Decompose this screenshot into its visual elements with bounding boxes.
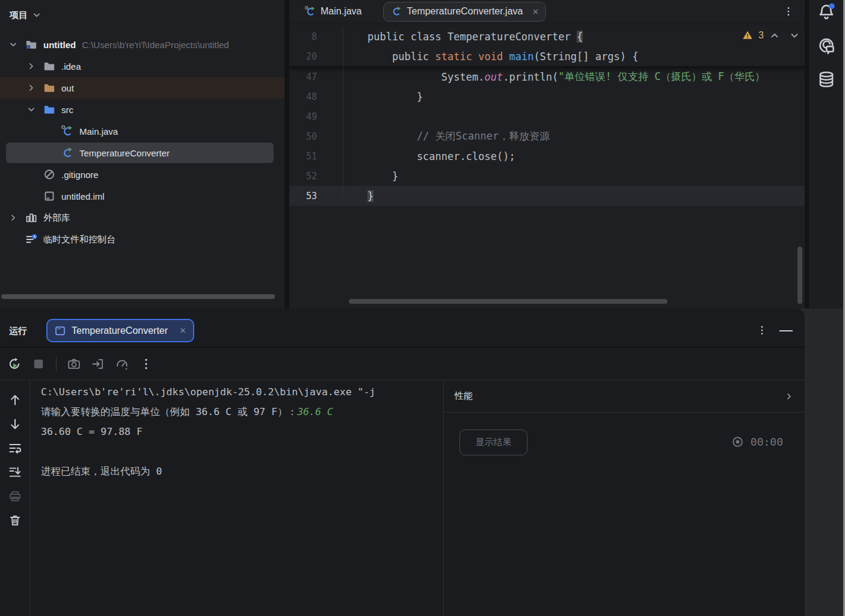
line-number: 51 [289,151,326,162]
project-tree: untitledC:\Users\b're'ri'l\IdeaProjects\… [0,34,284,250]
tab-label: TemperatureConverter.java [407,6,523,17]
next-problem-chevron-down-icon[interactable] [789,30,800,41]
code-token: main [509,51,533,63]
database-icon[interactable] [817,70,835,88]
tree-item-untitled[interactable]: untitledC:\Users\b're'ri'l\IdeaProjects\… [0,34,284,55]
notifications-bell-icon[interactable] [817,3,835,21]
close-icon[interactable]: × [180,325,186,337]
ignored-file-icon [43,168,55,180]
stop-icon[interactable] [32,357,45,371]
code-line: 48 } [289,87,805,106]
tree-item-main-java[interactable]: Main.java [0,120,284,142]
chevron-right-icon[interactable] [8,213,18,223]
code-line: 51 scanner.close(); [289,146,805,166]
tree-item-label: src [61,105,73,115]
folder-out-icon [43,82,55,94]
performance-panel: 性能 显示结果 00:00 [443,380,805,616]
tree-item-out[interactable]: out [0,77,284,99]
code-token: C:\Users\b're'ri'l\.jdks\openjdk-25.0.2\… [41,386,375,398]
scroll-to-end-icon[interactable] [8,466,22,479]
clear-console-icon[interactable] [8,514,22,527]
chevron-right-icon[interactable] [26,61,36,71]
chevron-right-icon [784,392,794,401]
chevron-right-icon[interactable] [26,83,36,93]
console-line: 进程已结束，退出代码为 0 [31,461,443,481]
console-line: 请输入要转换的温度与单位（例如 36.6 C 或 97 F）：36.6 C [31,402,443,422]
show-results-button[interactable]: 显示结果 [459,430,527,455]
tree-item--gitignore[interactable]: .gitignore [0,164,284,185]
run-panel-title: 运行 [9,325,27,337]
java-class-icon [391,6,402,17]
gutter [326,146,343,166]
tree-item--idea[interactable]: .idea [0,55,284,77]
chevron-down-icon[interactable] [8,40,18,49]
console-toolbar [0,380,30,616]
editor-options-kebab-icon[interactable] [783,6,794,17]
tree-expander[interactable] [8,212,25,224]
tab-temperatureconverter-java[interactable]: TemperatureConverter.java × [383,2,546,22]
tree-expander[interactable] [26,103,43,116]
code-token: "单位错误! 仅支持 C（摄氏）或 F（华氏） [558,70,765,84]
editor-vertical-scrollbar[interactable] [797,247,802,304]
line-number: 53 [289,191,326,202]
run-tab-temperatureconverter[interactable]: TemperatureConverter × [46,319,194,342]
run-window-icon [55,325,66,336]
run-toolbar [0,348,805,380]
right-tool-stripe [809,0,843,309]
inspections-widget[interactable]: 3 [742,30,800,41]
import-into-console-icon[interactable] [91,357,105,371]
more-options-icon[interactable] [140,357,153,371]
gutter [326,87,343,106]
console-output[interactable]: C:\Users\b're'ri'l\.jdks\openjdk-25.0.2\… [31,382,443,481]
tree-item-临时文件和控制台[interactable]: 临时文件和控制台 [0,229,284,250]
console-line: C:\Users\b're'ri'l\.jdks\openjdk-25.0.2\… [31,382,443,402]
sticky-code-line: 20 public static void main(String[] args… [289,46,805,66]
project-panel-header[interactable]: 项目 [0,0,284,24]
camera-icon[interactable] [67,357,81,371]
code-token: } [367,190,373,202]
tab-main-java[interactable]: Main.java [299,0,367,23]
indent-guide [343,87,343,166]
tree-expander[interactable] [26,60,43,72]
tree-expander[interactable] [26,82,43,94]
code-line: 53} [289,186,805,206]
code-area[interactable]: 47 System.out.println("单位错误! 仅支持 C（摄氏）或 … [289,67,805,206]
prev-problem-chevron-up-icon[interactable] [769,30,780,41]
line-number: 8 [289,31,326,42]
tree-item-label: untitled.iml [61,191,105,202]
print-icon[interactable] [8,490,22,503]
library-icon [25,212,37,224]
run-options-kebab-icon[interactable] [757,325,767,336]
tree-expander[interactable] [8,38,25,51]
soft-wrap-icon[interactable] [8,442,22,455]
tree-item-label: TemperatureConverter [79,148,170,158]
tree-item-temperatureconverter[interactable]: TemperatureConverter [0,142,284,164]
code-line: 47 System.out.println("单位错误! 仅支持 C（摄氏）或 … [289,67,805,87]
warning-icon [742,30,753,41]
code-token: } [367,91,423,103]
tree-item-外部库[interactable]: 外部库 [0,207,284,229]
line-number: 20 [289,51,326,62]
rerun-icon[interactable] [8,357,21,371]
arrow-up-icon[interactable] [8,393,22,407]
project-tool-window: 项目 untitledC:\Users\b're'ri'l\IdeaProjec… [0,0,284,309]
warning-count: 3 [758,30,764,41]
project-horizontal-scrollbar[interactable] [1,294,275,299]
tree-item-src[interactable]: src [0,99,284,120]
code-token: 36.6 C [297,406,333,417]
line-number: 50 [289,131,326,142]
arrow-down-icon[interactable] [8,417,22,431]
gauge-icon[interactable] [115,357,129,371]
tree-expander-spacer [45,125,61,137]
ai-assistant-icon[interactable] [817,37,835,55]
minimize-icon[interactable] [779,330,793,331]
close-icon[interactable]: × [532,7,538,17]
tree-item-untitled-iml[interactable]: untitled.iml [0,185,284,207]
editor-horizontal-scrollbar[interactable] [349,299,668,304]
chevron-down-icon[interactable] [26,105,36,114]
tree-item-path: C:\Users\b're'ri'l\IdeaProjects\untitled [82,40,229,50]
line-number: 52 [289,171,326,182]
performance-header[interactable]: 性能 [444,380,805,413]
code-line: 50 // 关闭Scanner，释放资源 [289,126,805,146]
java-class-icon [61,147,73,159]
